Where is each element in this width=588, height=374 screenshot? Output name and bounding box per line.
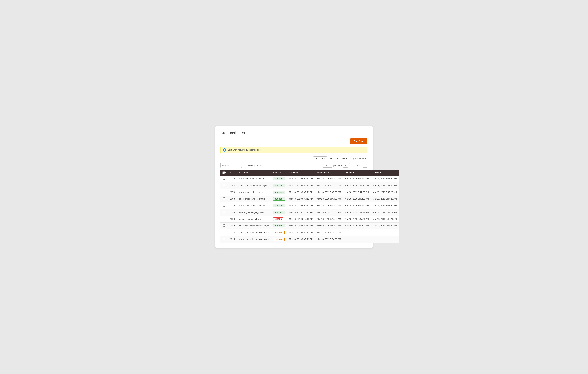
status-badge: PENDING [273, 231, 285, 234]
eye-icon: 👁 [330, 158, 333, 160]
header-checkbox-arrow: ▾ [225, 172, 226, 173]
row-job-code: sales_grid_order_invoice_async [237, 236, 271, 243]
row-executed-at: Mar 18, 2019 5:47:20 AM [343, 175, 371, 182]
row-scheduled-at: Mar 18, 2019 5:47:00 AM [315, 175, 343, 182]
actions-select[interactable]: Actions Delete [220, 163, 242, 168]
next-page-button[interactable]: › [363, 163, 368, 168]
row-created-at: Mar 18, 2019 5:47:13 AM [287, 216, 315, 222]
col-header-status[interactable]: Status ↑ [271, 170, 287, 175]
row-id: 1196 [228, 209, 237, 216]
table-row: 1024 sales_grid_order_invoice_async PEND… [220, 229, 399, 236]
checkbox-header-wrapper: ▾ [222, 172, 226, 174]
row-scheduled-at: Mar 18, 2019 5:47:00 AM [315, 209, 343, 216]
row-id: 1098 [228, 195, 237, 202]
table-row: 1025 sales_grid_order_invoice_async PEND… [220, 236, 399, 243]
banner-message: Last Cron Activity: 20 seconds ago [228, 149, 261, 151]
view-selector[interactable]: 👁 Default View ▾ [329, 157, 349, 161]
row-id: 1025 [228, 236, 237, 243]
status-sort[interactable]: Status ↑ [273, 172, 285, 174]
row-checkbox[interactable] [223, 211, 225, 213]
status-badge: SUCCESS [273, 177, 285, 181]
row-job-code: indexer_reindex_all_invalid [237, 209, 271, 216]
filters-bar: ▼ Filters 👁 Default View ▾ ⚙ Columns ▾ [220, 156, 368, 161]
row-id: 1058 [228, 182, 237, 189]
row-executed-at: Mar 18, 2019 5:47:21 AM [343, 209, 371, 216]
filters-button[interactable]: ▼ Filters [313, 156, 327, 161]
row-scheduled-at: Mar 18, 2019 5:53:00 AM [315, 229, 343, 236]
status-badge: MISSED [273, 217, 283, 221]
row-checkbox-cell [220, 189, 228, 195]
row-scheduled-at: Mar 18, 2019 5:47:00 AM [315, 195, 343, 202]
row-checkbox-cell [220, 209, 228, 216]
table-header-row: ▾ ID Job Code Status ↑ Created At Schedu… [220, 170, 399, 175]
status-badge: SUCCESS [273, 204, 285, 207]
chevron-down-icon: ▾ [346, 158, 347, 160]
row-executed-at: Mar 18, 2019 5:47:20 AM [343, 222, 371, 229]
row-finished-at: Mar 18, 2019 5:47:21 AM [371, 209, 399, 216]
row-checkbox[interactable] [223, 177, 225, 180]
row-created-at: Mar 18, 2019 5:47:11 AM [287, 175, 315, 182]
row-finished-at: Mar 18, 2019 5:47:20 AM [371, 202, 399, 209]
row-checkbox[interactable] [223, 224, 225, 227]
view-label: Default View [333, 158, 345, 160]
current-page-input[interactable] [349, 163, 355, 168]
col-header-scheduled-at: Scheduled At [315, 170, 343, 175]
table-row: 1098 sales_order_invoice_emails SUCCESS … [220, 195, 399, 202]
col-header-job-code: Job Code [237, 170, 271, 175]
row-job-code: indexer_update_all_views [237, 216, 271, 222]
per-page-label: per page [333, 164, 342, 167]
chevron-down-icon-2: ▾ [365, 158, 366, 160]
info-banner: i Last Cron Activity: 20 seconds ago [220, 147, 368, 153]
row-scheduled-at: Mar 18, 2019 5:47:00 AM [315, 216, 343, 222]
row-created-at: Mar 18, 2019 5:47:11 AM [287, 182, 315, 189]
row-finished-at: Mar 18, 2019 5:47:20 AM [371, 175, 399, 182]
run-cron-button[interactable]: Run Cron [350, 138, 368, 144]
row-created-at: Mar 18, 2019 5:47:11 AM [287, 236, 315, 243]
per-page-select[interactable]: 20 30 50 100 200 [323, 163, 332, 168]
col-header-created-at: Created At [287, 170, 315, 175]
row-scheduled-at: Mar 18, 2019 5:47:00 AM [315, 182, 343, 189]
filter-icon: ▼ [316, 158, 318, 160]
row-checkbox[interactable] [223, 191, 225, 193]
row-status: SUCCESS [271, 202, 287, 209]
status-badge: PENDING [273, 238, 285, 241]
row-checkbox[interactable] [223, 204, 225, 206]
row-status: PENDING [271, 229, 287, 236]
row-checkbox[interactable] [223, 218, 225, 220]
prev-page-button[interactable]: ‹ [343, 163, 348, 168]
row-checkbox[interactable] [223, 197, 225, 200]
row-job-code: sales_grid_order_invoice_async [237, 222, 271, 229]
col-header-checkbox: ▾ [220, 170, 228, 175]
col-header-id: ID [228, 170, 237, 175]
row-executed-at: Mar 18, 2019 5:47:20 AM [343, 202, 371, 209]
columns-selector[interactable]: ⚙ Columns ▾ [351, 157, 368, 161]
row-job-code: sales_send_order_emails [237, 189, 271, 195]
row-checkbox[interactable] [223, 184, 225, 186]
row-executed-at: Mar 18, 2019 5:47:20 AM [343, 189, 371, 195]
row-executed-at [343, 229, 371, 236]
table-body: 1038 sales_grid_order_shipment SUCCESS M… [220, 175, 399, 243]
columns-label: Columns [355, 158, 364, 160]
row-finished-at [371, 236, 399, 243]
cron-tasks-table: ▾ ID Job Code Status ↑ Created At Schedu… [220, 170, 399, 243]
row-created-at: Mar 18, 2019 5:47:11 AM [287, 222, 315, 229]
row-status: SUCCESS [271, 175, 287, 182]
select-all-checkbox[interactable] [222, 172, 225, 174]
row-status: PENDING [271, 236, 287, 243]
actions-bar: Actions Delete ▾ 652 records found 20 30… [220, 163, 368, 168]
pagination-bar: 20 30 50 100 200 ▾ per page ‹ of 33 › [323, 163, 368, 168]
row-id: 1118 [228, 202, 237, 209]
total-pages: of 33 [357, 164, 361, 167]
main-card: Cron Tasks List Run Cron i Last Cron Act… [215, 126, 373, 248]
table-row: 1038 sales_grid_order_shipment SUCCESS M… [220, 175, 399, 182]
row-executed-at [343, 236, 371, 243]
row-checkbox-cell [220, 182, 228, 189]
row-id: 1038 [228, 175, 237, 182]
row-checkbox[interactable] [223, 231, 225, 233]
row-finished-at: Mar 18, 2019 5:47:20 AM [371, 222, 399, 229]
row-scheduled-at: Mar 18, 2019 5:47:00 AM [315, 222, 343, 229]
col-header-executed-at: Executed At [343, 170, 371, 175]
row-checkbox[interactable] [223, 238, 225, 240]
row-checkbox-cell [220, 236, 228, 243]
table-row: 1058 sales_grid_creditmemo_async SUCCESS… [220, 182, 399, 189]
